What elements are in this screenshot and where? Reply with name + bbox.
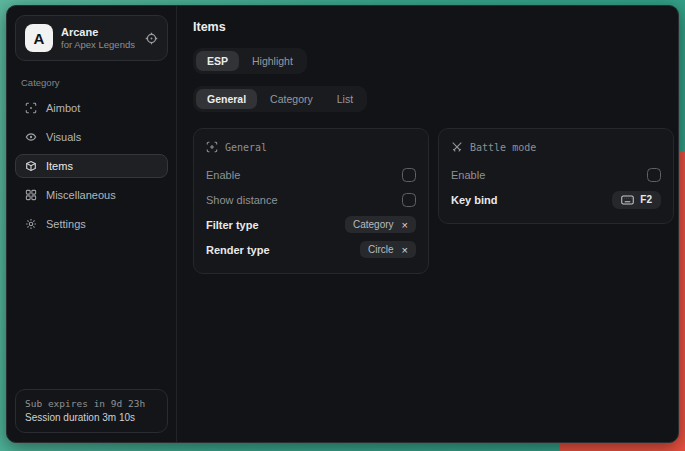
- app-window: A Arcane for Apex Legends Category: [6, 5, 679, 443]
- setting-row-render-type: Render type Circle ×: [206, 238, 416, 261]
- app-logo: A: [25, 24, 53, 52]
- sidebar-section-label: Category: [21, 77, 162, 88]
- sidebar-nav: Aimbot Visuals Items: [15, 96, 168, 236]
- sidebar-item-label: Items: [46, 160, 73, 172]
- sidebar-item-items[interactable]: Items: [15, 154, 168, 178]
- sidebar-item-label: Miscellaneous: [46, 189, 116, 201]
- setting-row-show-distance: Show distance: [206, 188, 416, 211]
- view-tabs: General Category List: [193, 86, 367, 112]
- general-card-title: General: [225, 142, 267, 153]
- main-panel: Items ESP Highlight General Category Lis…: [177, 6, 679, 442]
- setting-label: Enable: [206, 169, 240, 181]
- keyboard-icon: [621, 195, 634, 205]
- target-icon[interactable]: [145, 32, 158, 45]
- battle-mode-card-header: Battle mode: [451, 141, 661, 153]
- filter-type-select[interactable]: Category ×: [345, 216, 416, 233]
- app-meta: Arcane for Apex Legends: [61, 26, 137, 51]
- setting-label: Filter type: [206, 219, 259, 231]
- app-title: Arcane: [61, 26, 137, 39]
- sidebar-item-aimbot[interactable]: Aimbot: [15, 96, 168, 120]
- battle-mode-card-title: Battle mode: [470, 142, 536, 153]
- mode-tabs: ESP Highlight: [193, 48, 307, 74]
- battle-mode-card: Battle mode Enable Key bind: [438, 128, 674, 224]
- sidebar-item-settings[interactable]: Settings: [15, 212, 168, 236]
- setting-row-filter-type: Filter type Category ×: [206, 213, 416, 236]
- gear-icon: [24, 218, 37, 230]
- sidebar-item-label: Visuals: [46, 131, 81, 143]
- render-type-value: Circle: [368, 244, 394, 255]
- sub-expires-text: Sub expires in 9d 23h: [25, 397, 158, 411]
- page-title: Items: [193, 20, 674, 34]
- key-bind-value: F2: [640, 194, 652, 205]
- clear-icon[interactable]: ×: [402, 245, 408, 255]
- tab-category[interactable]: Category: [259, 89, 324, 109]
- tab-general[interactable]: General: [196, 89, 257, 109]
- render-type-select[interactable]: Circle ×: [360, 241, 416, 258]
- filter-type-value: Category: [353, 219, 394, 230]
- sidebar-item-label: Aimbot: [46, 102, 80, 114]
- show-distance-checkbox[interactable]: [402, 193, 416, 207]
- general-card: General Enable Show distance Filter type…: [193, 128, 429, 274]
- battle-enable-checkbox[interactable]: [647, 168, 661, 182]
- app-subtitle: for Apex Legends: [61, 39, 137, 51]
- setting-label: Key bind: [451, 194, 497, 206]
- enable-checkbox[interactable]: [402, 168, 416, 182]
- setting-label: Render type: [206, 244, 270, 256]
- sidebar-item-miscellaneous[interactable]: Miscellaneous: [15, 183, 168, 207]
- subscription-card: Sub expires in 9d 23h Session duration 3…: [15, 389, 168, 433]
- scan-crosshair-icon: [206, 141, 218, 153]
- clear-icon[interactable]: ×: [402, 220, 408, 230]
- key-bind-button[interactable]: F2: [612, 191, 661, 209]
- app-logo-card: A Arcane for Apex Legends: [15, 15, 168, 61]
- box-icon: [24, 160, 37, 172]
- setting-row-enable: Enable: [451, 163, 661, 186]
- setting-row-enable: Enable: [206, 163, 416, 186]
- tab-list[interactable]: List: [326, 89, 364, 109]
- grid-icon: [24, 189, 37, 201]
- sidebar-item-label: Settings: [46, 218, 86, 230]
- setting-label: Show distance: [206, 194, 278, 206]
- session-duration-text: Session duration 3m 10s: [25, 411, 158, 425]
- crossed-swords-icon: [451, 141, 463, 153]
- sidebar-item-visuals[interactable]: Visuals: [15, 125, 168, 149]
- crosshair-icon: [24, 102, 37, 114]
- setting-label: Enable: [451, 169, 485, 181]
- tab-esp[interactable]: ESP: [196, 51, 239, 71]
- eye-icon: [24, 131, 37, 143]
- tab-highlight[interactable]: Highlight: [241, 51, 304, 71]
- sidebar: A Arcane for Apex Legends Category: [7, 6, 177, 442]
- general-card-header: General: [206, 141, 416, 153]
- setting-row-key-bind: Key bind F2: [451, 188, 661, 211]
